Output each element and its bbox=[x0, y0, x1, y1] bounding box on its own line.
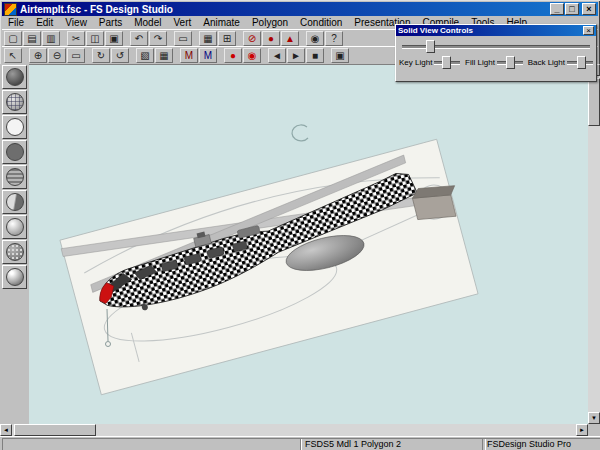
cells-button[interactable]: ⊞ bbox=[218, 31, 236, 46]
horizontal-scroll-thumb[interactable] bbox=[14, 424, 96, 436]
sphere-wireframe-button[interactable] bbox=[2, 90, 27, 114]
master-light-slider[interactable] bbox=[402, 40, 590, 52]
sphere-smooth-button[interactable] bbox=[2, 215, 27, 239]
last-frame-button[interactable]: ▣ bbox=[331, 48, 349, 63]
sphere-half-shaded-icon bbox=[6, 193, 24, 211]
rotate-ccw-button[interactable]: ↺ bbox=[111, 48, 129, 63]
menu-vert[interactable]: Vert bbox=[167, 17, 197, 28]
horizontal-scrollbar[interactable]: ◄ ► bbox=[0, 424, 588, 436]
slider-label: Fill Light bbox=[465, 58, 495, 67]
menu-condition[interactable]: Condition bbox=[294, 17, 348, 28]
status-app-panel: FSDesign Studio Pro bbox=[482, 438, 600, 450]
toolbar-separator bbox=[168, 31, 173, 46]
palette-close-button[interactable]: × bbox=[583, 26, 594, 35]
undo-button[interactable]: ↶ bbox=[130, 31, 148, 46]
sphere-glossy-button[interactable] bbox=[2, 265, 27, 289]
fill-light-control: Fill Light bbox=[465, 56, 523, 68]
toolbar-separator bbox=[237, 31, 242, 46]
scroll-down-button[interactable]: ▼ bbox=[588, 412, 600, 424]
rotate-cw-button[interactable]: ↻ bbox=[92, 48, 110, 63]
solid-view-controls-palette[interactable]: Solid View Controls × Key LightFill Ligh… bbox=[395, 24, 597, 82]
wireframe-view-button[interactable]: ▦ bbox=[155, 48, 173, 63]
palette-title-bar[interactable]: Solid View Controls × bbox=[396, 25, 596, 36]
close-button[interactable]: × bbox=[582, 3, 596, 15]
minimize-button[interactable]: _ bbox=[550, 3, 564, 15]
light-sliders-row: Key LightFill LightBack Light bbox=[396, 54, 596, 68]
material-b-button[interactable]: M bbox=[199, 48, 217, 63]
key-light-slider[interactable] bbox=[434, 56, 460, 68]
scroll-right-button[interactable]: ► bbox=[576, 424, 588, 436]
toolbar-separator bbox=[193, 31, 198, 46]
scroll-left-button[interactable]: ◄ bbox=[0, 424, 12, 436]
slider-thumb[interactable] bbox=[577, 56, 586, 69]
cut-button[interactable]: ✂ bbox=[67, 31, 85, 46]
open-button[interactable]: ▤ bbox=[23, 31, 41, 46]
zoom-in-button[interactable]: ⊕ bbox=[29, 48, 47, 63]
save-button[interactable]: ▥ bbox=[42, 31, 60, 46]
resize-corner bbox=[588, 424, 600, 436]
zoom-out-button[interactable]: ⊖ bbox=[48, 48, 66, 63]
sphere-banded-button[interactable] bbox=[2, 165, 27, 189]
toolbar-separator bbox=[86, 48, 91, 63]
toolbar-separator bbox=[174, 48, 179, 63]
toolbar-separator bbox=[300, 31, 305, 46]
print-button[interactable]: ▭ bbox=[174, 31, 192, 46]
menu-polygon[interactable]: Polygon bbox=[246, 17, 294, 28]
status-message-panel bbox=[2, 438, 302, 450]
maximize-button[interactable]: □ bbox=[565, 3, 579, 15]
app-window: Airtemplt.fsc - FS Design Studio _ □ × F… bbox=[0, 0, 600, 450]
menu-parts[interactable]: Parts bbox=[93, 17, 128, 28]
status-model-panel: FSDS5 Mdl 1 Polygon 2 bbox=[300, 438, 486, 450]
vertical-scroll-track[interactable] bbox=[588, 76, 600, 412]
new-button[interactable]: ▢ bbox=[4, 31, 22, 46]
key-light-control: Key Light bbox=[399, 56, 460, 68]
paste-button[interactable]: ▣ bbox=[105, 31, 123, 46]
zoom-fit-button[interactable]: ▭ bbox=[67, 48, 85, 63]
slider-thumb[interactable] bbox=[442, 56, 451, 69]
toolbar-separator bbox=[325, 48, 330, 63]
help-button[interactable]: ? bbox=[325, 31, 343, 46]
vertical-scroll-thumb[interactable] bbox=[588, 78, 600, 126]
next-frame-button[interactable]: ► bbox=[287, 48, 305, 63]
fill-light-slider[interactable] bbox=[497, 56, 523, 68]
menu-view[interactable]: View bbox=[59, 17, 93, 28]
toolbar-separator bbox=[124, 31, 129, 46]
globe-button[interactable]: ◉ bbox=[306, 31, 324, 46]
vertical-scrollbar[interactable]: ▲ ▼ bbox=[588, 64, 600, 424]
model-canvas-svg bbox=[29, 65, 588, 425]
toolbar-separator bbox=[23, 48, 28, 63]
slider-thumb[interactable] bbox=[506, 56, 515, 69]
sphere-outline-button[interactable] bbox=[2, 115, 27, 139]
title-bar[interactable]: Airtemplt.fsc - FS Design Studio _ □ × bbox=[2, 2, 598, 16]
model-viewport[interactable] bbox=[29, 64, 588, 425]
menu-animate[interactable]: Animate bbox=[197, 17, 246, 28]
redo-button[interactable]: ↷ bbox=[149, 31, 167, 46]
menu-model[interactable]: Model bbox=[128, 17, 167, 28]
back-light-slider[interactable] bbox=[567, 56, 593, 68]
menu-edit[interactable]: Edit bbox=[30, 17, 59, 28]
master-slider-thumb[interactable] bbox=[426, 40, 435, 53]
toolbar-separator bbox=[218, 48, 223, 63]
marker-red-button[interactable]: ● bbox=[224, 48, 242, 63]
shaded-view-button[interactable]: ▧ bbox=[136, 48, 154, 63]
target-red-button[interactable]: ◉ bbox=[243, 48, 261, 63]
warning-button[interactable]: ▲ bbox=[281, 31, 299, 46]
window-controls: _ □ × bbox=[550, 3, 596, 15]
slider-label: Key Light bbox=[399, 58, 432, 67]
sphere-flat-button[interactable] bbox=[2, 140, 27, 164]
no-entry-button[interactable]: ⊘ bbox=[243, 31, 261, 46]
sphere-half-shaded-button[interactable] bbox=[2, 190, 27, 214]
toolbar-separator bbox=[262, 48, 267, 63]
record-button[interactable]: ● bbox=[262, 31, 280, 46]
sphere-solid-dark-button[interactable] bbox=[2, 65, 27, 89]
stop-button[interactable]: ■ bbox=[306, 48, 324, 63]
select-button[interactable]: ↖ bbox=[4, 48, 22, 63]
prev-frame-button[interactable]: ◄ bbox=[268, 48, 286, 63]
horizontal-scroll-track[interactable] bbox=[12, 424, 576, 436]
copy-button[interactable]: ◫ bbox=[86, 31, 104, 46]
menu-file[interactable]: File bbox=[2, 17, 30, 28]
sphere-textured-button[interactable] bbox=[2, 240, 27, 264]
sphere-outline-icon bbox=[6, 118, 24, 136]
material-a-button[interactable]: M bbox=[180, 48, 198, 63]
grid-button[interactable]: ▦ bbox=[199, 31, 217, 46]
